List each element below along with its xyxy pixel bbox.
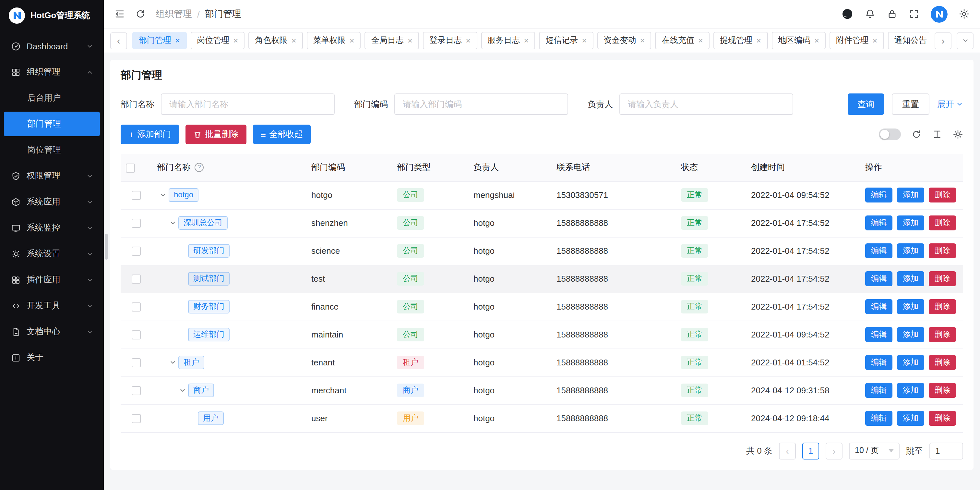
expand-toggle-icon[interactable]	[177, 385, 188, 396]
tab[interactable]: 菜单权限×	[307, 32, 361, 49]
row-checkbox[interactable]	[132, 331, 141, 340]
delete-button[interactable]: 删除	[929, 271, 956, 286]
close-icon[interactable]: ×	[291, 36, 296, 45]
close-icon[interactable]: ×	[698, 36, 703, 45]
row-checkbox[interactable]	[132, 386, 141, 396]
sidebar-item-position[interactable]: 岗位管理	[4, 137, 100, 162]
add-button[interactable]: 添加	[897, 188, 924, 203]
github-icon[interactable]	[841, 8, 854, 20]
edit-button[interactable]: 编辑	[865, 411, 892, 426]
close-icon[interactable]: ×	[872, 36, 877, 45]
sidebar-item-system-app[interactable]: 系统应用	[4, 190, 100, 214]
tabs-scroll-left-button[interactable]: ‹	[110, 32, 127, 49]
edit-button[interactable]: 编辑	[865, 215, 892, 230]
add-button[interactable]: 添加	[897, 299, 924, 314]
jump-to-input[interactable]	[929, 442, 963, 459]
help-icon[interactable]: ?	[194, 163, 204, 172]
department-name-tag[interactable]: 租户	[178, 355, 204, 369]
prev-page-button[interactable]: ‹	[779, 442, 796, 459]
tab[interactable]: 在线充值×	[655, 32, 710, 49]
lock-icon[interactable]	[887, 8, 897, 19]
tabs-dropdown-button[interactable]	[957, 32, 974, 49]
edit-button[interactable]: 编辑	[865, 299, 892, 314]
add-button[interactable]: 添加	[897, 215, 924, 230]
close-icon[interactable]: ×	[814, 36, 819, 45]
close-icon[interactable]: ×	[756, 36, 761, 45]
row-checkbox[interactable]	[132, 191, 141, 200]
edit-button[interactable]: 编辑	[865, 188, 892, 203]
reset-button[interactable]: 重置	[892, 93, 929, 115]
delete-button[interactable]: 删除	[929, 327, 956, 342]
close-icon[interactable]: ×	[640, 36, 645, 45]
page-number-button[interactable]: 1	[802, 442, 819, 459]
scrollbar-thumb[interactable]	[105, 234, 108, 260]
expand-toggle-icon[interactable]	[157, 189, 169, 201]
settings-gear-icon[interactable]	[959, 8, 970, 19]
sidebar-item-permission[interactable]: 权限管理	[4, 164, 100, 188]
department-name-tag[interactable]: hotgo	[169, 188, 199, 202]
tab[interactable]: 登录日志×	[423, 32, 477, 49]
sidebar-item-doc-center[interactable]: 文档中心	[4, 319, 100, 344]
sidebar-item-system-settings[interactable]: 系统设置	[4, 241, 100, 266]
page-size-select[interactable]: 10 / 页	[849, 442, 900, 459]
close-icon[interactable]: ×	[524, 36, 528, 45]
row-checkbox[interactable]	[132, 247, 141, 256]
column-settings-gear-icon[interactable]	[953, 129, 963, 139]
edit-button[interactable]: 编辑	[865, 327, 892, 342]
department-name-tag[interactable]: 深圳总公司	[178, 216, 228, 230]
close-icon[interactable]: ×	[233, 36, 238, 45]
refresh-icon[interactable]	[135, 8, 146, 19]
dept-code-input[interactable]	[395, 93, 568, 115]
edit-button[interactable]: 编辑	[865, 383, 892, 398]
leader-input[interactable]	[619, 93, 793, 115]
delete-button[interactable]: 删除	[929, 215, 956, 230]
expand-toggle-icon[interactable]	[167, 217, 178, 229]
striped-toggle-switch[interactable]	[879, 129, 901, 140]
expand-filters-link[interactable]: 展开	[937, 98, 963, 110]
edit-button[interactable]: 编辑	[865, 243, 892, 258]
dept-name-input[interactable]	[161, 93, 335, 115]
tab[interactable]: 服务日志×	[481, 32, 535, 49]
next-page-button[interactable]: ›	[826, 442, 843, 459]
fullscreen-icon[interactable]	[908, 8, 920, 19]
tab[interactable]: 全局日志×	[365, 32, 419, 49]
tab[interactable]: 短信记录×	[539, 32, 593, 49]
edit-button[interactable]: 编辑	[865, 271, 892, 286]
delete-button[interactable]: 删除	[929, 411, 956, 426]
sidebar-item-dashboard[interactable]: Dashboard	[4, 34, 100, 58]
row-checkbox[interactable]	[132, 303, 141, 312]
sidebar-item-dev-tools[interactable]: 开发工具	[4, 293, 100, 318]
department-name-tag[interactable]: 用户	[198, 411, 224, 425]
sidebar-item-about[interactable]: 关于	[4, 345, 100, 370]
sidebar-item-backend-users[interactable]: 后台用户	[4, 86, 100, 110]
delete-button[interactable]: 删除	[929, 243, 956, 258]
tab[interactable]: 通知公告×	[888, 32, 929, 49]
sidebar-item-plugin-app[interactable]: 插件应用	[4, 267, 100, 292]
table-density-icon[interactable]	[932, 129, 942, 139]
row-checkbox[interactable]	[132, 275, 141, 284]
department-name-tag[interactable]: 商户	[188, 383, 214, 397]
delete-button[interactable]: 删除	[929, 383, 956, 398]
tab[interactable]: 附件管理×	[829, 32, 884, 49]
reload-table-icon[interactable]	[911, 129, 922, 139]
row-checkbox[interactable]	[132, 414, 141, 423]
add-button[interactable]: 添加	[897, 355, 924, 370]
select-all-checkbox[interactable]	[126, 163, 135, 172]
department-name-tag[interactable]: 财务部门	[188, 300, 230, 313]
tab[interactable]: 部门管理×	[132, 32, 186, 49]
delete-button[interactable]: 删除	[929, 355, 956, 370]
department-name-tag[interactable]: 测试部门	[188, 271, 230, 286]
department-name-tag[interactable]: 运维部门	[188, 327, 230, 342]
collapse-all-button[interactable]: ≡ 全部收起	[253, 124, 311, 144]
sidebar-item-system-monitor[interactable]: 系统监控	[4, 215, 100, 240]
add-button[interactable]: 添加	[897, 411, 924, 426]
department-name-tag[interactable]: 研发部门	[188, 244, 230, 258]
close-icon[interactable]: ×	[582, 36, 587, 45]
add-button[interactable]: 添加	[897, 243, 924, 258]
tabs-scroll-right-button[interactable]: ›	[935, 32, 951, 49]
bell-icon[interactable]	[865, 8, 876, 19]
app-logo[interactable]: HotGo管理系统	[0, 0, 104, 31]
close-icon[interactable]: ×	[466, 36, 471, 45]
add-button[interactable]: 添加	[897, 327, 924, 342]
row-checkbox[interactable]	[132, 359, 141, 368]
